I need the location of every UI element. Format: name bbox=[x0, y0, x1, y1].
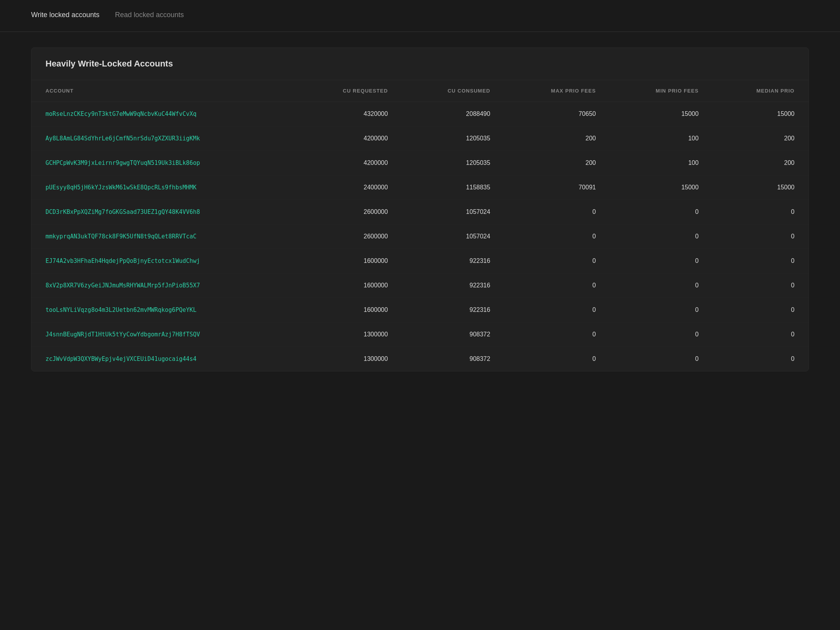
table-row: mmkyprqAN3ukTQF78ck8F9K5UfN8t9qQLet8RRVT… bbox=[32, 224, 808, 249]
max-prio-fees-cell: 0 bbox=[504, 273, 610, 298]
account-cell: EJ74A2vb3HFhaEh4HqdejPpQoBjnyEctotcx1Wud… bbox=[32, 249, 296, 273]
col-max-prio-fees: MAX PRIO FEES bbox=[504, 80, 610, 102]
col-cu-requested: CU REQUESTED bbox=[296, 80, 402, 102]
max-prio-fees-cell: 70650 bbox=[504, 102, 610, 126]
table-row: Ay8L8AmLG84SdYhrLe6jCmfN5nrSdu7gXZXUR3ii… bbox=[32, 126, 808, 151]
cu-consumed-cell: 922316 bbox=[402, 249, 504, 273]
min-prio-fees-cell: 100 bbox=[610, 151, 712, 175]
cu-requested-cell: 4200000 bbox=[296, 126, 402, 151]
col-median-prio: MEDIAN PRIO bbox=[712, 80, 808, 102]
median-prio-cell: 0 bbox=[712, 322, 808, 347]
median-prio-cell: 0 bbox=[712, 249, 808, 273]
account-cell: DCD3rKBxPpXQZiMg7foGKGSaad73UEZ1gQY48K4V… bbox=[32, 200, 296, 224]
account-link[interactable]: 8xV2p8XR7V6zyGeiJNJmuMsRHYWALMrp5fJnPioB… bbox=[46, 282, 200, 289]
account-cell: moRseLnzCKEcy9nT3ktG7eMwW9qNcbvKuC44WfvC… bbox=[32, 102, 296, 126]
account-cell: mmkyprqAN3ukTQF78ck8F9K5UfN8t9qQLet8RRVT… bbox=[32, 224, 296, 249]
account-cell: Ay8L8AmLG84SdYhrLe6jCmfN5nrSdu7gXZXUR3ii… bbox=[32, 126, 296, 151]
table-row: J4snnBEugNRjdT1HtUk5tYyCowYdbgomrAzj7H8f… bbox=[32, 322, 808, 347]
account-link[interactable]: pUEsyy8qH5jH6kYJzsWkM61wSkE8QpcRLs9fhbsM… bbox=[46, 184, 196, 191]
min-prio-fees-cell: 0 bbox=[610, 200, 712, 224]
max-prio-fees-cell: 0 bbox=[504, 322, 610, 347]
max-prio-fees-cell: 200 bbox=[504, 151, 610, 175]
median-prio-cell: 200 bbox=[712, 151, 808, 175]
table-head: ACCOUNT CU REQUESTED CU CONSUMED MAX PRI… bbox=[32, 80, 808, 102]
account-link[interactable]: GCHPCpWvK3M9jxLeirnr9gwgTQYuqN519Uk3iBLk… bbox=[46, 159, 200, 166]
cu-consumed-cell: 1205035 bbox=[402, 126, 504, 151]
cu-requested-cell: 1600000 bbox=[296, 273, 402, 298]
median-prio-cell: 0 bbox=[712, 224, 808, 249]
account-link[interactable]: J4snnBEugNRjdT1HtUk5tYyCowYdbgomrAzj7H8f… bbox=[46, 331, 200, 338]
min-prio-fees-cell: 0 bbox=[610, 298, 712, 322]
account-cell: J4snnBEugNRjdT1HtUk5tYyCowYdbgomrAzj7H8f… bbox=[32, 322, 296, 347]
account-cell: GCHPCpWvK3M9jxLeirnr9gwgTQYuqN519Uk3iBLk… bbox=[32, 151, 296, 175]
max-prio-fees-cell: 70091 bbox=[504, 175, 610, 200]
min-prio-fees-cell: 0 bbox=[610, 224, 712, 249]
cu-consumed-cell: 922316 bbox=[402, 298, 504, 322]
col-cu-consumed: CU CONSUMED bbox=[402, 80, 504, 102]
tab-write-locked[interactable]: Write locked accounts bbox=[31, 11, 100, 21]
table-row: pUEsyy8qH5jH6kYJzsWkM61wSkE8QpcRLs9fhbsM… bbox=[32, 175, 808, 200]
median-prio-cell: 0 bbox=[712, 273, 808, 298]
min-prio-fees-cell: 0 bbox=[610, 249, 712, 273]
account-link[interactable]: mmkyprqAN3ukTQF78ck8F9K5UfN8t9qQLet8RRVT… bbox=[46, 233, 196, 240]
table-row: 8xV2p8XR7V6zyGeiJNJmuMsRHYWALMrp5fJnPioB… bbox=[32, 273, 808, 298]
table-row: zcJWvVdpW3QXYBWyEpjv4ejVXCEUiD41ugocaig4… bbox=[32, 347, 808, 371]
table-row: EJ74A2vb3HFhaEh4HqdejPpQoBjnyEctotcx1Wud… bbox=[32, 249, 808, 273]
table-body: moRseLnzCKEcy9nT3ktG7eMwW9qNcbvKuC44WfvC… bbox=[32, 102, 808, 371]
heavily-write-locked-card: Heavily Write-Locked Accounts ACCOUNT CU… bbox=[31, 47, 809, 371]
cu-requested-cell: 4200000 bbox=[296, 151, 402, 175]
min-prio-fees-cell: 0 bbox=[610, 322, 712, 347]
table-row: GCHPCpWvK3M9jxLeirnr9gwgTQYuqN519Uk3iBLk… bbox=[32, 151, 808, 175]
cu-consumed-cell: 2088490 bbox=[402, 102, 504, 126]
account-link[interactable]: zcJWvVdpW3QXYBWyEpjv4ejVXCEUiD41ugocaig4… bbox=[46, 355, 196, 362]
account-link[interactable]: moRseLnzCKEcy9nT3ktG7eMwW9qNcbvKuC44WfvC… bbox=[46, 110, 196, 117]
cu-consumed-cell: 908372 bbox=[402, 322, 504, 347]
account-link[interactable]: DCD3rKBxPpXQZiMg7foGKGSaad73UEZ1gQY48K4V… bbox=[46, 208, 200, 215]
cu-consumed-cell: 1205035 bbox=[402, 151, 504, 175]
median-prio-cell: 15000 bbox=[712, 102, 808, 126]
card-header: Heavily Write-Locked Accounts bbox=[32, 48, 808, 80]
median-prio-cell: 0 bbox=[712, 347, 808, 371]
table-row: DCD3rKBxPpXQZiMg7foGKGSaad73UEZ1gQY48K4V… bbox=[32, 200, 808, 224]
account-link[interactable]: EJ74A2vb3HFhaEh4HqdejPpQoBjnyEctotcx1Wud… bbox=[46, 257, 200, 264]
main-content: Heavily Write-Locked Accounts ACCOUNT CU… bbox=[0, 32, 840, 387]
cu-consumed-cell: 922316 bbox=[402, 273, 504, 298]
max-prio-fees-cell: 200 bbox=[504, 126, 610, 151]
nav-tabs: Write locked accounts Read locked accoun… bbox=[0, 0, 840, 32]
max-prio-fees-cell: 0 bbox=[504, 224, 610, 249]
table-row: moRseLnzCKEcy9nT3ktG7eMwW9qNcbvKuC44WfvC… bbox=[32, 102, 808, 126]
tab-read-locked[interactable]: Read locked accounts bbox=[115, 11, 184, 21]
min-prio-fees-cell: 15000 bbox=[610, 102, 712, 126]
min-prio-fees-cell: 15000 bbox=[610, 175, 712, 200]
account-cell: zcJWvVdpW3QXYBWyEpjv4ejVXCEUiD41ugocaig4… bbox=[32, 347, 296, 371]
col-account: ACCOUNT bbox=[32, 80, 296, 102]
account-link[interactable]: Ay8L8AmLG84SdYhrLe6jCmfN5nrSdu7gXZXUR3ii… bbox=[46, 135, 200, 142]
cu-requested-cell: 2400000 bbox=[296, 175, 402, 200]
median-prio-cell: 200 bbox=[712, 126, 808, 151]
cu-requested-cell: 2600000 bbox=[296, 200, 402, 224]
max-prio-fees-cell: 0 bbox=[504, 347, 610, 371]
cu-requested-cell: 1300000 bbox=[296, 347, 402, 371]
max-prio-fees-cell: 0 bbox=[504, 200, 610, 224]
cu-requested-cell: 1600000 bbox=[296, 249, 402, 273]
accounts-table: ACCOUNT CU REQUESTED CU CONSUMED MAX PRI… bbox=[32, 80, 808, 371]
account-cell: tooLsNYLiVqzg8o4m3L2Uetbn62mvMWRqkog6PQe… bbox=[32, 298, 296, 322]
account-cell: pUEsyy8qH5jH6kYJzsWkM61wSkE8QpcRLs9fhbsM… bbox=[32, 175, 296, 200]
median-prio-cell: 15000 bbox=[712, 175, 808, 200]
median-prio-cell: 0 bbox=[712, 200, 808, 224]
cu-requested-cell: 1600000 bbox=[296, 298, 402, 322]
cu-consumed-cell: 1057024 bbox=[402, 200, 504, 224]
min-prio-fees-cell: 100 bbox=[610, 126, 712, 151]
cu-requested-cell: 4320000 bbox=[296, 102, 402, 126]
account-cell: 8xV2p8XR7V6zyGeiJNJmuMsRHYWALMrp5fJnPioB… bbox=[32, 273, 296, 298]
max-prio-fees-cell: 0 bbox=[504, 298, 610, 322]
min-prio-fees-cell: 0 bbox=[610, 273, 712, 298]
table-header-row: ACCOUNT CU REQUESTED CU CONSUMED MAX PRI… bbox=[32, 80, 808, 102]
table-container: ACCOUNT CU REQUESTED CU CONSUMED MAX PRI… bbox=[32, 80, 808, 371]
card-title: Heavily Write-Locked Accounts bbox=[46, 59, 794, 69]
table-row: tooLsNYLiVqzg8o4m3L2Uetbn62mvMWRqkog6PQe… bbox=[32, 298, 808, 322]
cu-consumed-cell: 908372 bbox=[402, 347, 504, 371]
cu-requested-cell: 2600000 bbox=[296, 224, 402, 249]
cu-requested-cell: 1300000 bbox=[296, 322, 402, 347]
account-link[interactable]: tooLsNYLiVqzg8o4m3L2Uetbn62mvMWRqkog6PQe… bbox=[46, 306, 196, 313]
